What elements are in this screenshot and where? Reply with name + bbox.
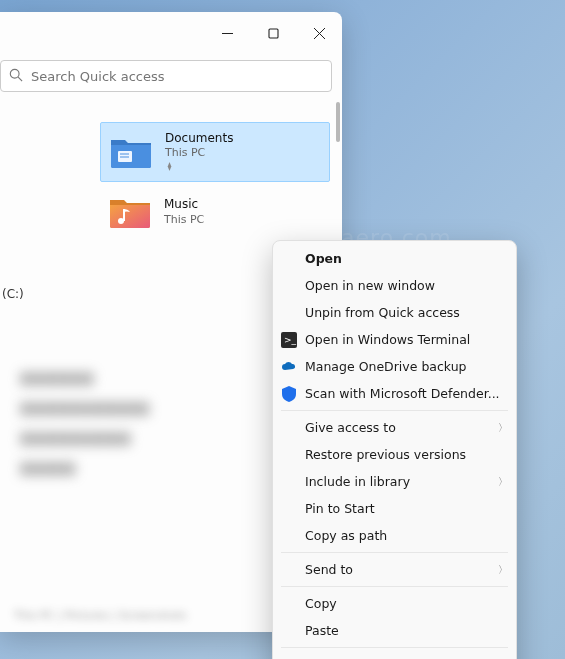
svg-line-5 (18, 77, 22, 81)
menu-terminal[interactable]: >_ Open in Windows Terminal (273, 326, 516, 353)
folder-title: Music (164, 196, 204, 212)
menu-open[interactable]: Open (273, 245, 516, 272)
search-row (0, 54, 342, 102)
menu-separator (281, 410, 508, 411)
svg-rect-1 (269, 29, 278, 38)
menu-pin-start[interactable]: Pin to Start (273, 495, 516, 522)
menu-restore[interactable]: Restore previous versions (273, 441, 516, 468)
menu-give-access[interactable]: Give access to〉 (273, 414, 516, 441)
search-box[interactable] (0, 60, 332, 92)
search-icon (9, 67, 23, 86)
cloud-icon (280, 358, 298, 376)
menu-include-library[interactable]: Include in library〉 (273, 468, 516, 495)
menu-separator (281, 647, 508, 648)
menu-open-new-window[interactable]: Open in new window (273, 272, 516, 299)
titlebar (0, 12, 342, 54)
shield-icon (280, 385, 298, 403)
folder-documents[interactable]: Documents This PC (100, 122, 330, 182)
folder-sub: This PC (164, 213, 204, 228)
chevron-right-icon: 〉 (498, 421, 508, 435)
minimize-button[interactable] (204, 12, 250, 54)
maximize-button[interactable] (250, 12, 296, 54)
chevron-right-icon: 〉 (498, 563, 508, 577)
scrollbar[interactable] (336, 102, 340, 142)
menu-defender[interactable]: Scan with Microsoft Defender... (273, 380, 516, 407)
pin-icon (165, 162, 233, 174)
folder-music[interactable]: Music This PC (100, 182, 330, 242)
menu-copy[interactable]: Copy (273, 590, 516, 617)
status-bar: This PC | Pictures | Screenshots (14, 609, 187, 622)
menu-unpin[interactable]: Unpin from Quick access (273, 299, 516, 326)
folder-icon (108, 190, 152, 234)
close-button[interactable] (296, 12, 342, 54)
folder-icon (109, 130, 153, 174)
menu-separator (281, 552, 508, 553)
menu-onedrive[interactable]: Manage OneDrive backup (273, 353, 516, 380)
menu-send-to[interactable]: Send to〉 (273, 556, 516, 583)
folder-sub: This PC (165, 146, 233, 161)
folder-text: Documents This PC (165, 130, 233, 174)
menu-copy-path[interactable]: Copy as path (273, 522, 516, 549)
menu-separator (281, 586, 508, 587)
search-input[interactable] (31, 69, 323, 84)
chevron-right-icon: 〉 (498, 475, 508, 489)
folder-title: Documents (165, 130, 233, 146)
svg-text:>_: >_ (284, 335, 297, 345)
menu-paste[interactable]: Paste (273, 617, 516, 644)
folder-text: Music This PC (164, 196, 204, 227)
menu-create-shortcut[interactable]: Create shortcut (273, 651, 516, 659)
context-menu: Open Open in new window Unpin from Quick… (272, 240, 517, 659)
terminal-icon: >_ (280, 331, 298, 349)
svg-point-4 (10, 69, 19, 78)
